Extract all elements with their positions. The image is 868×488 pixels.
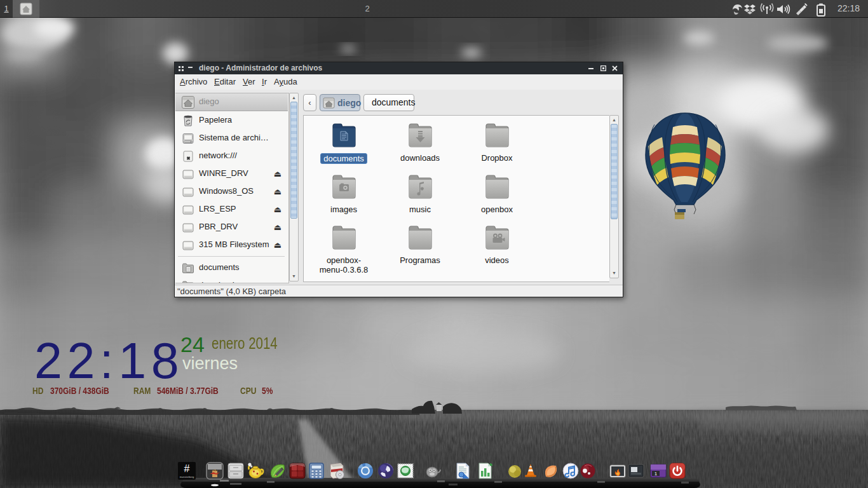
- svg-text:#: #: [184, 463, 190, 474]
- svg-text:munsterberg: munsterberg: [180, 475, 194, 478]
- svg-text:1: 1: [654, 471, 658, 477]
